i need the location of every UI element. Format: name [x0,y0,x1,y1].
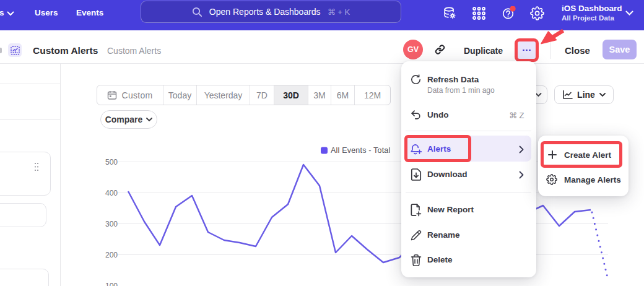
svg-text:500: 500 [105,158,118,167]
svg-text:100: 100 [105,282,118,286]
svg-text:All Events - Total: All Events - Total [331,146,390,155]
svg-text:300: 300 [105,220,118,228]
svg-text:400: 400 [105,189,118,197]
svg-text:200: 200 [105,251,118,259]
